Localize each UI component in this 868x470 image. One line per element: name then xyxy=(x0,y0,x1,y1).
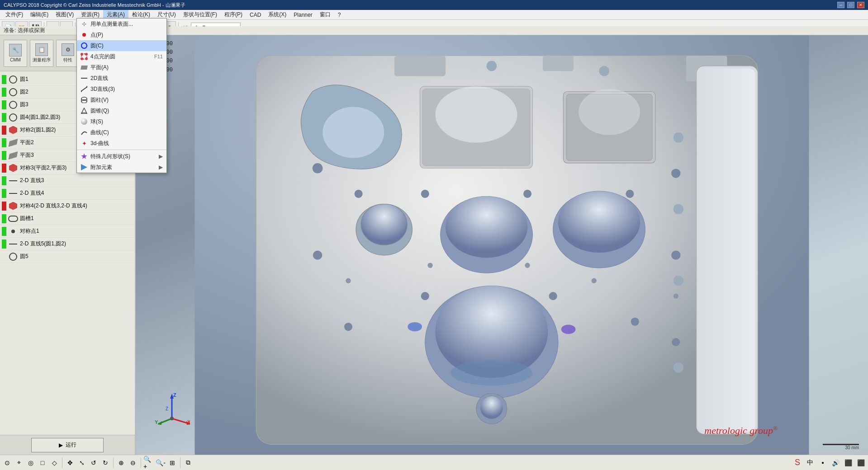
menu-cad[interactable]: CAD xyxy=(246,11,265,19)
measure-icon: 📋 xyxy=(35,43,48,56)
feature-label: 对称点1 xyxy=(20,227,39,235)
feature-label: 平面3 xyxy=(20,151,34,159)
metro-logo: metrologic group® xyxy=(704,425,778,437)
feature-status-green xyxy=(2,75,6,84)
dd-item-curve[interactable]: 曲线(C) xyxy=(77,127,166,138)
dd-item-line2d[interactable]: 2D直线 xyxy=(77,73,166,84)
feature-label: 圆1 xyxy=(20,75,28,83)
menu-window[interactable]: 窗口 xyxy=(316,10,334,19)
feature-item[interactable]: 圆5 xyxy=(0,250,135,263)
bt-icon-zoom-in[interactable]: 🔍+ xyxy=(143,457,154,468)
menu-edit[interactable]: 编辑(E) xyxy=(27,10,52,19)
menu-file[interactable]: 文件(F) xyxy=(2,10,27,19)
svg-point-24 xyxy=(626,190,634,198)
svg-point-34 xyxy=(421,292,429,300)
feature-item[interactable]: 2-D 直线3 xyxy=(0,174,135,187)
bt-icon-pan[interactable]: ⤡ xyxy=(76,457,87,468)
line3d-icon xyxy=(81,85,88,93)
sphere-icon xyxy=(81,118,88,125)
dd-item-cone[interactable]: 圆锥(Q) xyxy=(77,105,166,116)
cursor-icon: ⊹ xyxy=(81,20,88,28)
menu-system[interactable]: 系统(X) xyxy=(265,10,290,19)
feature-item[interactable]: 对称点1 xyxy=(0,225,135,238)
dd-item-curve3d[interactable]: ✦ 3d-曲线 xyxy=(77,138,166,149)
svg-point-45 xyxy=(674,132,684,143)
minimize-button[interactable]: ─ xyxy=(837,2,844,8)
bt-icon-minus[interactable]: ⊖ xyxy=(128,457,138,468)
si-vol[interactable]: 🔊 xyxy=(830,457,841,468)
dd-item-line3d[interactable]: 3D直线(3) xyxy=(77,84,166,94)
dd-item-circle[interactable]: 圆(C) xyxy=(77,40,166,51)
bt-icon-rot1[interactable]: ↺ xyxy=(88,457,99,468)
feature-item[interactable]: 圆槽1 xyxy=(0,212,135,225)
feature-status-red xyxy=(2,164,6,173)
status-icons: S 中 ● 🔊 ⬛ ⬛ xyxy=(792,457,866,468)
bt-sep xyxy=(62,457,62,468)
feature-label: 对称2(圆1,圆2) xyxy=(20,126,56,134)
bt-icon-fit[interactable]: ⊞ xyxy=(167,457,178,468)
menu-form[interactable]: 形状与位置(F) xyxy=(180,10,221,19)
si-box2[interactable]: ⬛ xyxy=(855,457,866,468)
cylinder-icon xyxy=(81,96,88,103)
dot-icon xyxy=(81,31,88,38)
dd-item-single-point[interactable]: ⊹ 用单点测量表面... xyxy=(77,19,166,29)
bt-icon-crosshair[interactable]: ⌖ xyxy=(14,457,24,468)
close-button[interactable]: ✕ xyxy=(857,2,864,8)
feature-icon-plane xyxy=(8,150,18,160)
bottom-toolbar: ⊙ ⌖ ◎ □ ◇ ✥ ⤡ ↺ ↻ ⊕ ⊖ 🔍+ 🔍- ⊞ ⧉ S 中 ● 🔊 … xyxy=(0,455,868,470)
bt-icon-box[interactable]: □ xyxy=(37,457,48,468)
svg-rect-2 xyxy=(394,56,446,76)
dd-label: 圆锥(Q) xyxy=(90,107,109,115)
dropdown-menu: ⊹ 用单点测量表面... 点(P) 圆(C) 4点完的圆 F11 平面(A) 2… xyxy=(76,18,167,173)
dd-item-circle4[interactable]: 4点完的圆 F11 xyxy=(77,51,166,62)
viewport[interactable]: X = 0.0000 Y = 0.0000 Z = 0.0000 D = 0.0… xyxy=(136,35,868,455)
si-lang[interactable]: 中 xyxy=(805,457,816,468)
dd-item-sphere[interactable]: 球(S) xyxy=(77,116,166,127)
menu-help[interactable]: ? xyxy=(334,11,345,19)
dd-item-addon[interactable]: 附加元素 ▶ xyxy=(77,162,166,173)
props-icon: ⚙ xyxy=(62,43,74,56)
bt-icon-zoom-out[interactable]: 🔍- xyxy=(155,457,166,468)
feature-label: 圆5 xyxy=(20,253,28,260)
dd-separator xyxy=(77,150,166,150)
status-text: 准备: 选择或探测 xyxy=(4,27,45,34)
bt-icon-plus[interactable]: ⊕ xyxy=(116,457,127,468)
bt-icon-diamond[interactable]: ◇ xyxy=(49,457,60,468)
menu-view[interactable]: 视图(V) xyxy=(52,10,77,19)
dd-item-cylinder[interactable]: 圆柱(V) xyxy=(77,94,166,105)
feature-icon-circle xyxy=(8,100,18,110)
cmm-button[interactable]: 🔧 CMM xyxy=(4,40,27,67)
dd-item-plane[interactable]: 平面(A) xyxy=(77,62,166,73)
bt-icon-extra[interactable]: ⧉ xyxy=(183,457,194,468)
svg-point-48 xyxy=(674,362,684,373)
bt-icon-move[interactable]: ✥ xyxy=(65,457,76,468)
bt-icon-target[interactable]: ◎ xyxy=(25,457,36,468)
feature-status-green xyxy=(2,151,6,160)
menu-planner[interactable]: Planner xyxy=(290,11,316,19)
svg-point-44 xyxy=(480,396,503,419)
bt-icon-rot2[interactable]: ↻ xyxy=(100,457,111,468)
svg-text:X: X xyxy=(187,419,190,425)
svg-point-8 xyxy=(435,86,517,142)
dd-item-point[interactable]: 点(P) xyxy=(77,29,166,40)
svg-point-40 xyxy=(525,263,530,268)
svg-point-22 xyxy=(421,190,429,198)
run-button[interactable]: ▶ 运行 xyxy=(31,438,104,452)
feature-item[interactable]: 2-D 直线5(圆1,圆2) xyxy=(0,238,135,250)
dd-item-special[interactable]: 特殊几何形状(S) ▶ xyxy=(77,151,166,162)
line2d-icon xyxy=(81,75,88,82)
feature-item[interactable]: 对称4(2-D 直线3,2-D 直线4) xyxy=(0,200,135,212)
svg-point-27 xyxy=(671,250,680,259)
submenu-arrow: ▶ xyxy=(159,164,163,170)
logo-reg: ® xyxy=(773,425,778,432)
si-box1[interactable]: ⬛ xyxy=(843,457,854,468)
svg-line-62 xyxy=(81,87,87,91)
menu-program[interactable]: 程序(P) xyxy=(221,10,246,19)
feature-item[interactable]: 2-D 直线4 xyxy=(0,187,135,200)
bt-icon-rotate[interactable]: ⊙ xyxy=(2,457,13,468)
measure-program-button[interactable]: 📋 测量程序 xyxy=(30,40,53,67)
run-button-label: 运行 xyxy=(66,441,76,449)
title-text: CALYPSO 2018 Copyright © Carl Zeiss Indu… xyxy=(4,2,185,9)
part-viewport-svg xyxy=(136,35,868,455)
maximize-button[interactable]: □ xyxy=(847,2,854,8)
